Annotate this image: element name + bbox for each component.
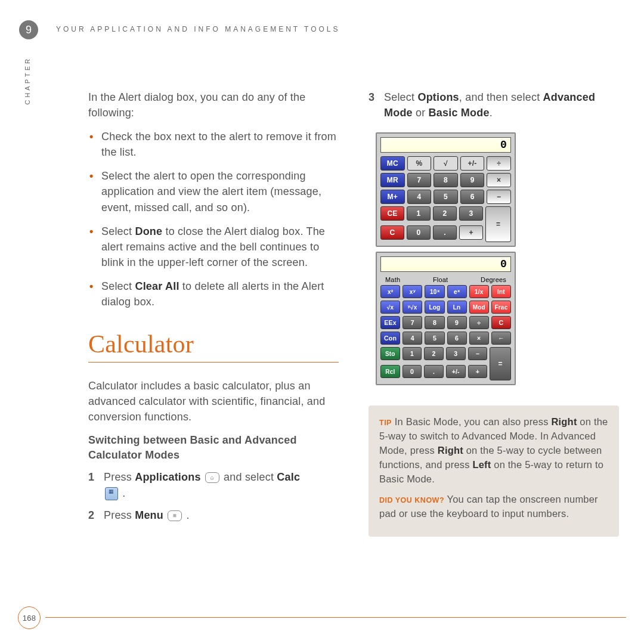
key-c[interactable]: C <box>380 225 404 240</box>
key-a1[interactable]: 1 <box>402 347 422 360</box>
key-yroot[interactable]: ʸ√x <box>402 301 422 314</box>
key-sqrtx[interactable]: √x <box>380 301 400 314</box>
bullet-4: Select Clear All to delete all alerts in… <box>101 278 339 309</box>
key-equals[interactable]: = <box>485 206 511 242</box>
basic-calculator: 0 MC % √ +/- ÷ MR 7 8 9 × M+ 4 5 6 − <box>376 132 516 247</box>
tip-box: TIP In Basic Mode, you can also press Ri… <box>369 405 619 536</box>
key-sign[interactable]: +/- <box>460 156 485 171</box>
key-divide[interactable]: ÷ <box>487 156 511 171</box>
key-4[interactable]: 4 <box>407 190 432 204</box>
key-ce[interactable]: CE <box>380 206 404 221</box>
key-a8[interactable]: 8 <box>425 316 444 329</box>
key-int[interactable]: Int <box>491 285 511 298</box>
key-5[interactable]: 5 <box>434 190 458 204</box>
alert-bullets: Check the box next to the alert to remov… <box>88 129 339 309</box>
key-a0[interactable]: 0 <box>402 365 422 378</box>
key-mplus[interactable]: M+ <box>380 190 405 204</box>
key-2[interactable]: 2 <box>433 206 457 221</box>
key-7[interactable]: 7 <box>407 173 432 187</box>
key-x2[interactable]: x² <box>380 285 400 298</box>
step-2: 2 Press Menu ≡ . <box>104 507 339 524</box>
key-a9[interactable]: 9 <box>447 316 467 329</box>
section-title-calculator: Calculator <box>88 330 339 363</box>
key-aplus[interactable]: + <box>468 365 488 378</box>
alert-intro: In the Alert dialog box, you can do any … <box>88 89 339 120</box>
tab-float[interactable]: Float <box>433 276 448 283</box>
key-rcl[interactable]: Rcl <box>380 365 400 378</box>
tip-label: TIP <box>379 419 392 427</box>
key-3[interactable]: 3 <box>459 206 483 221</box>
right-column: 3 Select Options, and then select Advanc… <box>369 89 619 537</box>
adv-calc-display: 0 <box>380 256 511 272</box>
footer-rule <box>45 617 626 618</box>
advanced-calculator: 0 Math Float Degrees x² xʸ 10ˣ eˣ 1/x In… <box>376 252 516 385</box>
subsection-switching-modes: Switching between Basic and Advanced Cal… <box>88 433 339 462</box>
key-asign[interactable]: +/- <box>446 365 466 378</box>
bullet-1: Check the box next to the alert to remov… <box>101 129 339 160</box>
key-adot[interactable]: . <box>424 365 444 378</box>
key-mod[interactable]: Mod <box>469 301 489 314</box>
key-a6[interactable]: 6 <box>447 332 467 345</box>
basic-calc-display: 0 <box>380 137 511 153</box>
chapter-badge: 9 <box>19 20 38 39</box>
tab-degrees[interactable]: Degrees <box>481 276 506 283</box>
key-ac[interactable]: C <box>491 316 511 329</box>
key-percent[interactable]: % <box>407 156 432 171</box>
tab-math[interactable]: Math <box>385 276 400 283</box>
key-1overx[interactable]: 1/x <box>469 285 489 298</box>
key-dot[interactable]: . <box>433 225 457 240</box>
key-sto[interactable]: Sto <box>380 347 400 360</box>
key-minus[interactable]: − <box>487 190 511 204</box>
key-aequals[interactable]: = <box>490 347 511 380</box>
key-6[interactable]: 6 <box>460 190 485 204</box>
key-9[interactable]: 9 <box>460 173 485 187</box>
did-you-know-label: DID YOU KNOW? <box>379 496 444 504</box>
key-con[interactable]: Con <box>380 332 400 345</box>
home-icon: ⌂ <box>205 472 219 483</box>
key-mr[interactable]: MR <box>380 173 405 187</box>
menu-icon: ≡ <box>168 510 182 521</box>
bullet-2: Select the alert to open the correspondi… <box>101 168 339 215</box>
step-3: 3 Select Options, and then select Advanc… <box>369 89 619 120</box>
key-amul[interactable]: × <box>469 332 489 345</box>
left-column: In the Alert dialog box, you can do any … <box>88 89 339 537</box>
key-plus[interactable]: + <box>459 225 483 240</box>
key-back[interactable]: ← <box>491 332 511 345</box>
step-1: 1 Press Applications ⌂ and select Calc▦ … <box>104 469 339 501</box>
key-a4[interactable]: 4 <box>402 332 422 345</box>
key-adiv[interactable]: ÷ <box>469 316 489 329</box>
key-log[interactable]: Log <box>425 301 444 314</box>
key-multiply[interactable]: × <box>487 173 511 187</box>
steps-list: 1 Press Applications ⌂ and select Calc▦ … <box>88 469 339 524</box>
key-frac[interactable]: Frac <box>491 301 511 314</box>
calc-icon: ▦ <box>105 487 118 500</box>
key-a3[interactable]: 3 <box>446 347 466 360</box>
bullet-3: Select Done to close the Alert dialog bo… <box>101 224 339 270</box>
chapter-sidebar-label: CHAPTER <box>24 57 31 105</box>
key-ex[interactable]: eˣ <box>447 285 467 298</box>
key-8[interactable]: 8 <box>434 173 458 187</box>
key-10x[interactable]: 10ˣ <box>425 285 444 298</box>
key-a5[interactable]: 5 <box>425 332 444 345</box>
page-number: 168 <box>18 606 41 629</box>
key-ln[interactable]: Ln <box>447 301 467 314</box>
key-0[interactable]: 0 <box>407 225 431 240</box>
key-a7[interactable]: 7 <box>402 316 422 329</box>
calculator-intro: Calculator includes a basic calculator, … <box>88 378 339 425</box>
key-xy[interactable]: xʸ <box>402 285 422 298</box>
header-title: YOUR APPLICATION AND INFO MANAGEMENT TOO… <box>56 25 340 33</box>
key-1[interactable]: 1 <box>407 206 431 221</box>
key-sqrt[interactable]: √ <box>434 156 458 171</box>
key-aminus[interactable]: − <box>468 347 488 360</box>
key-a2[interactable]: 2 <box>424 347 444 360</box>
key-mc[interactable]: MC <box>380 156 405 171</box>
key-eex[interactable]: EEx <box>380 316 400 329</box>
adv-calc-tabs[interactable]: Math Float Degrees <box>380 275 511 285</box>
